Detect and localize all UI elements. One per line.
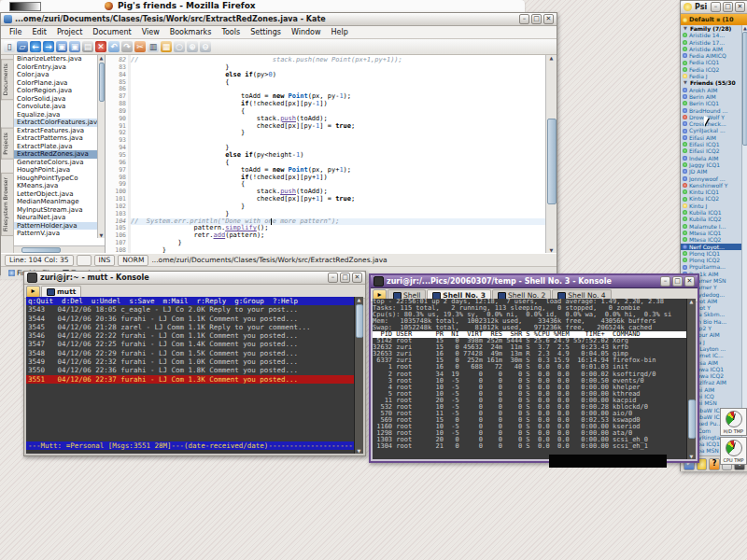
save-as-icon[interactable]: ▣ xyxy=(69,41,80,52)
close-icon[interactable]: ✕ xyxy=(684,276,695,287)
minimize-icon[interactable]: – xyxy=(660,276,670,287)
file-item[interactable]: PatternV.java xyxy=(14,230,105,238)
mail-row[interactable]: 3551 04/12/06 22:37 furahi - LJ Com 1.3K… xyxy=(26,375,363,384)
roster-contact[interactable]: Crosscheck... xyxy=(681,120,747,127)
file-item[interactable]: BinarizeLetters.java xyxy=(14,55,105,63)
mail-row[interactable]: 3547 04/12/06 22:25 furahi - LJ Com 1.4K… xyxy=(26,340,363,348)
roster-contact[interactable]: BradHound ... xyxy=(681,107,747,114)
file-item[interactable]: ColorRegion.java xyxy=(14,87,105,95)
menu-view[interactable]: View xyxy=(137,28,164,36)
file-item[interactable]: Color.java xyxy=(14,71,105,79)
maximize-icon[interactable]: □ xyxy=(723,2,733,12)
maximize-icon[interactable]: □ xyxy=(531,14,542,24)
kate-file-list[interactable]: BinarizeLetters.javaColorEntry.javaColor… xyxy=(14,55,106,253)
go-back-icon[interactable]: ← xyxy=(30,41,41,52)
find-icon[interactable]: ○ xyxy=(174,41,185,52)
roster-contact[interactable]: JD AIM xyxy=(681,168,747,175)
menu-settings[interactable]: Settings xyxy=(246,28,286,36)
file-item[interactable]: ExtractPlate.java xyxy=(14,143,105,151)
mail-row[interactable]: 3548 04/12/06 22:29 furahi - LJ Com 1.5K… xyxy=(26,349,363,357)
roster-contact[interactable]: Kintu ICQ2 xyxy=(681,195,747,202)
new-session-button[interactable]: ▸ xyxy=(26,286,40,298)
mail-row[interactable]: 3550 04/12/06 22:36 furahi - LJ Com 1.8K… xyxy=(26,366,363,374)
roster-contact[interactable]: Eifasi ICQ2 xyxy=(681,147,747,154)
minimize-icon[interactable]: – xyxy=(328,273,338,283)
mutt-terminal[interactable]: q:Quit d:Del u:Undel s:Save m:Mail r:Rep… xyxy=(26,297,363,454)
open-file-icon[interactable]: ▱ xyxy=(17,41,28,52)
file-item[interactable]: ExtractRedZones.java xyxy=(14,150,105,159)
roster-contact[interactable]: Aristide 14... xyxy=(681,32,747,38)
roster-group-header[interactable]: ▼Family (7/28) xyxy=(681,25,747,32)
editor-scrollbar[interactable]: ▲ ▼ xyxy=(545,55,557,253)
paste-icon[interactable]: ▦ xyxy=(161,41,172,52)
roster-contact[interactable]: Kubila ICQ1 xyxy=(681,209,747,216)
roster-scrollbar[interactable]: ▲ ▼ xyxy=(741,25,747,455)
print-icon[interactable]: ▤ xyxy=(82,41,93,52)
roster-contact[interactable]: Fedia ICQ2 xyxy=(681,66,747,73)
copy-icon[interactable]: ▥ xyxy=(148,41,159,52)
roster-contact[interactable]: Jaggy ICQ1 xyxy=(681,161,747,168)
file-item[interactable]: PatternHolder.java xyxy=(14,222,105,231)
mail-row[interactable]: 3544 04/12/06 20:36 furahi - LJ Com 1.1K… xyxy=(26,315,363,323)
zoom-in-icon[interactable]: ⊕ xyxy=(187,41,198,52)
maximize-icon[interactable]: □ xyxy=(340,273,350,283)
mutt-scrollbar[interactable]: ▲ ▼ xyxy=(354,297,363,454)
roster-contact[interactable]: Mtesa ICQ1 xyxy=(681,230,747,236)
file-item[interactable]: HoughPointTypeCo xyxy=(14,175,105,183)
roster-contact[interactable]: Kintu ICQ1 xyxy=(681,189,747,195)
kate-editor[interactable]: 82// stack.push(new Point(px+1,py+1));83… xyxy=(106,55,557,253)
close-icon[interactable]: ✕ xyxy=(352,273,362,283)
roster-contact[interactable]: Malamute I... xyxy=(681,223,747,230)
roster-contact[interactable]: Plonq ICQ2 xyxy=(681,257,747,263)
minimize-icon[interactable]: – xyxy=(711,2,721,12)
menu-window[interactable]: Window xyxy=(287,28,326,36)
roster-contact[interactable]: Eifasi AIM xyxy=(681,134,747,141)
side-tab-projects[interactable]: Projects xyxy=(1,128,13,160)
go-forward-icon[interactable]: → xyxy=(43,41,54,52)
zoom-out-icon[interactable]: ⊖ xyxy=(200,41,211,52)
roster-contact[interactable]: CyrilJackal ... xyxy=(681,127,747,133)
roster-contact[interactable]: Aristide 17... xyxy=(681,39,747,46)
mail-row[interactable]: 3549 04/12/06 22:32 furahi - LJ Com 1.0K… xyxy=(26,357,363,366)
roster-contact[interactable]: Berin AIM xyxy=(681,93,747,100)
roster-contact[interactable]: Nerf Coyot... xyxy=(681,244,747,250)
menu-document[interactable]: Document xyxy=(88,28,135,36)
new-document-icon[interactable]: ▯ xyxy=(4,41,15,52)
kate-window[interactable]: ...ome/zuri/Documents/Clases/Tesis/Work/… xyxy=(0,12,557,275)
undo-icon[interactable]: ↶ xyxy=(108,41,120,52)
roster-contact[interactable]: Jonnywoof ... xyxy=(681,175,747,182)
file-item[interactable]: HoughPoint.java xyxy=(14,166,105,175)
tab-mutt[interactable]: mutt xyxy=(41,286,81,298)
file-item[interactable]: ExtractColorFeatures.java xyxy=(14,119,105,127)
file-item[interactable]: MyInputStream.java xyxy=(14,206,105,215)
kate-titlebar[interactable]: ...ome/zuri/Documents/Clases/Tesis/Work/… xyxy=(1,13,557,26)
roster-contact[interactable]: Aristide AIM xyxy=(681,46,747,52)
roster-contact[interactable]: Mtesa ICQ2 xyxy=(681,236,747,243)
shell-terminal[interactable]: top - 22:56:01 up 2 days, 12:18, 7 users… xyxy=(373,299,696,459)
cut-icon[interactable]: ✂ xyxy=(134,41,146,52)
roster-contact[interactable]: Plonq ICQ1 xyxy=(681,250,747,257)
menu-help[interactable]: Help xyxy=(326,28,352,36)
side-tab-filesystem-browser[interactable]: Filesystem Browser xyxy=(1,173,13,236)
roster-contact[interactable]: Kenshinwolf Y xyxy=(681,182,747,189)
roster-contact[interactable]: Indela AIM xyxy=(681,155,747,161)
menu-edit[interactable]: Edit xyxy=(27,28,51,36)
save-icon[interactable]: ▣ xyxy=(56,41,67,52)
roster-contact[interactable]: Fedia J xyxy=(681,73,747,79)
shell-scrollbar[interactable]: ▲ ▼ xyxy=(686,299,696,459)
menu-bookmarks[interactable]: Bookmarks xyxy=(165,28,217,36)
roster-contact[interactable]: Prguitarma... xyxy=(681,263,747,270)
file-item[interactable]: ExtractPatterns.java xyxy=(14,134,105,143)
minimize-icon[interactable]: – xyxy=(519,14,529,24)
firefox-window-titlebar[interactable]: Pig's friends - Mozilla Firefox xyxy=(0,0,525,13)
roster-contact[interactable]: Kintu J xyxy=(681,203,747,209)
menu-tools[interactable]: Tools xyxy=(217,28,245,36)
file-item[interactable]: MedianMeanImage xyxy=(14,198,105,206)
psi-profile-row[interactable]: Default ▪ (10 xyxy=(681,14,747,25)
mutt-titlebar[interactable]: zuri@jr:~ - mutt - Konsole – □ ✕ xyxy=(24,272,365,285)
file-item[interactable]: ColorPlane.java xyxy=(14,79,105,88)
roster-contact[interactable]: Kubila ICQ2 xyxy=(681,216,747,222)
side-tab-documents[interactable]: Documents xyxy=(1,59,13,100)
menu-file[interactable]: File xyxy=(5,28,26,36)
file-item[interactable]: Equalize.java xyxy=(14,111,105,119)
